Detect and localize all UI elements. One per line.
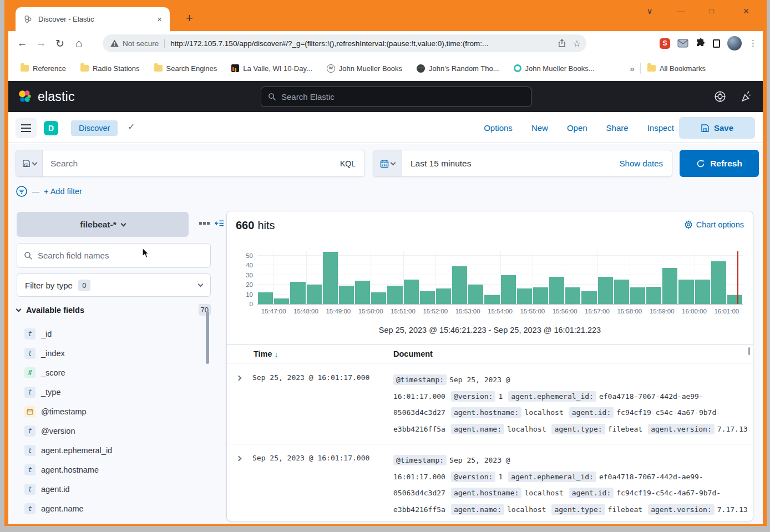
histogram-bar[interactable]	[484, 295, 499, 304]
bookmark-item[interactable]: Radio Stations	[80, 64, 140, 73]
window-maximize-icon[interactable]: □	[703, 4, 720, 18]
bookmark-item[interactable]: WJohn Mueller Books	[327, 64, 402, 73]
histogram-bar[interactable]	[533, 287, 548, 304]
time-picker-menu-button[interactable]	[373, 150, 402, 176]
expand-row-icon[interactable]	[236, 456, 242, 462]
extension-s-icon[interactable]: S	[660, 38, 670, 49]
share-icon[interactable]	[558, 39, 566, 48]
chrome-menu-icon[interactable]: ⋮	[749, 38, 757, 48]
histogram-bar[interactable]	[436, 288, 451, 304]
histogram-bar[interactable]	[565, 287, 580, 304]
time-picker[interactable]: Last 15 minutes Show dates	[373, 150, 672, 177]
breadcrumb[interactable]: Discover	[71, 120, 118, 136]
url-text[interactable]: http://172.105.7.150/app/discover#/?_g=(…	[170, 39, 551, 48]
field-item-@version[interactable]: t@version	[17, 421, 202, 440]
topnav-link-inspect[interactable]: Inspect	[647, 123, 674, 133]
sidebar-toggle-icon[interactable]	[713, 39, 720, 48]
elastic-logo[interactable]: elastic	[17, 89, 75, 104]
histogram-bar[interactable]	[695, 280, 710, 304]
chart-options-button[interactable]: Chart options	[684, 220, 744, 229]
field-item-agent.name[interactable]: tagent.name	[17, 499, 202, 518]
help-icon[interactable]	[714, 90, 726, 103]
topnav-link-options[interactable]: Options	[484, 123, 513, 133]
filter-icon[interactable]	[16, 185, 28, 197]
histogram-bar[interactable]	[420, 291, 435, 304]
histogram-bar[interactable]	[452, 266, 467, 304]
url-bar[interactable]: Not secure http://172.105.7.150/app/disc…	[103, 34, 586, 52]
bookmark-item[interactable]: John Mueller Books...	[514, 64, 595, 73]
topnav-link-open[interactable]: Open	[567, 123, 587, 133]
histogram-bar[interactable]	[501, 275, 516, 304]
field-search-input[interactable]: Search field names	[17, 243, 211, 268]
bookmarks-overflow-icon[interactable]: »	[630, 64, 635, 73]
histogram-bar[interactable]	[549, 277, 564, 304]
reload-icon[interactable]: ↻	[50, 37, 69, 50]
collapse-sidebar-icon[interactable]	[215, 219, 224, 230]
back-icon[interactable]: ←	[13, 37, 32, 49]
histogram-bar[interactable]	[355, 281, 370, 304]
window-minimize-icon[interactable]: —	[672, 4, 689, 18]
field-item-_score[interactable]: #_score	[17, 363, 202, 382]
expand-row-icon[interactable]	[236, 376, 242, 381]
histogram-bar[interactable]	[598, 277, 613, 304]
table-row[interactable]: Sep 25, 2023 @ 16:01:17.000@timestamp:Se…	[227, 364, 753, 444]
histogram-bar[interactable]	[307, 285, 322, 304]
histogram-bar[interactable]	[662, 268, 677, 304]
histogram-bar[interactable]	[517, 288, 532, 304]
new-tab-button[interactable]: +	[186, 11, 193, 26]
field-item-agent.hostname[interactable]: tagent.hostname	[17, 460, 202, 479]
elastic-search-input[interactable]: Search Elastic	[261, 87, 531, 107]
field-item-_id[interactable]: t_id	[17, 324, 202, 343]
bookmark-star-icon[interactable]: ☆	[573, 38, 581, 49]
window-close-icon[interactable]: ×	[738, 4, 754, 18]
mail-extension-icon[interactable]	[677, 39, 688, 48]
profile-avatar[interactable]	[727, 36, 742, 50]
boxes-icon[interactable]	[199, 222, 202, 225]
save-button[interactable]: Save	[679, 117, 755, 139]
browser-tab[interactable]: Discover - Elastic ×	[16, 7, 170, 31]
sort-descending-icon[interactable]: ↓	[275, 350, 278, 358]
histogram-bar[interactable]	[290, 282, 305, 304]
histogram-bar[interactable]	[581, 291, 596, 304]
add-filter-button[interactable]: + Add filter	[44, 187, 82, 196]
field-item-agent.ephemeral_id[interactable]: tagent.ephemeral_id	[17, 440, 202, 460]
time-range-value[interactable]: Last 15 minutes	[411, 159, 620, 169]
space-badge[interactable]: D	[44, 121, 58, 135]
extensions-puzzle-icon[interactable]	[696, 38, 706, 48]
saved-query-menu-button[interactable]	[16, 150, 43, 176]
topnav-link-share[interactable]: Share	[606, 123, 629, 133]
histogram-chart[interactable]: 01020304050	[257, 251, 743, 305]
window-menu-icon[interactable]: ∨	[641, 4, 658, 18]
histogram-bar[interactable]	[614, 280, 629, 304]
table-scrollbar[interactable]	[748, 347, 750, 355]
topnav-link-new[interactable]: New	[531, 123, 548, 133]
field-item-_type[interactable]: t_type	[17, 382, 202, 402]
histogram-bar[interactable]	[646, 287, 661, 304]
histogram-bar[interactable]	[258, 292, 273, 304]
forward-icon[interactable]: →	[32, 37, 50, 49]
bookmark-item[interactable]: Search Engines	[154, 64, 217, 73]
histogram-bar[interactable]	[468, 285, 483, 304]
field-item-agent.id[interactable]: tagent.id	[17, 479, 202, 499]
histogram-bar[interactable]	[678, 280, 693, 304]
time-column-header[interactable]: Time ↓	[254, 349, 278, 358]
show-dates-link[interactable]: Show dates	[620, 159, 663, 168]
table-row[interactable]: Sep 25, 2023 @ 16:01:17.000@timestamp:Se…	[227, 444, 753, 521]
available-fields-header[interactable]: Available fields 70	[17, 304, 211, 316]
tab-close-icon[interactable]: ×	[155, 14, 164, 24]
sidebar-scrollbar[interactable]	[206, 311, 209, 364]
field-item-_index[interactable]: t_index	[17, 343, 202, 363]
bookmark-item[interactable]: La Valle, WI 10-Day...	[231, 64, 312, 73]
menu-button[interactable]	[16, 118, 37, 138]
news-feed-icon[interactable]	[741, 90, 753, 103]
histogram-bar[interactable]	[711, 261, 726, 304]
histogram-bar[interactable]	[371, 292, 386, 304]
histogram-bar[interactable]	[387, 286, 402, 304]
histogram-bar[interactable]	[630, 287, 645, 304]
breadcrumb-check-icon[interactable]: ✓	[128, 121, 135, 132]
query-input[interactable]: Search KQL	[16, 150, 365, 177]
bookmark-item[interactable]: John's Random Tho...	[417, 64, 499, 73]
histogram-bar[interactable]	[274, 298, 289, 304]
refresh-button[interactable]: Refresh	[680, 150, 759, 177]
histogram-bar[interactable]	[323, 252, 338, 304]
